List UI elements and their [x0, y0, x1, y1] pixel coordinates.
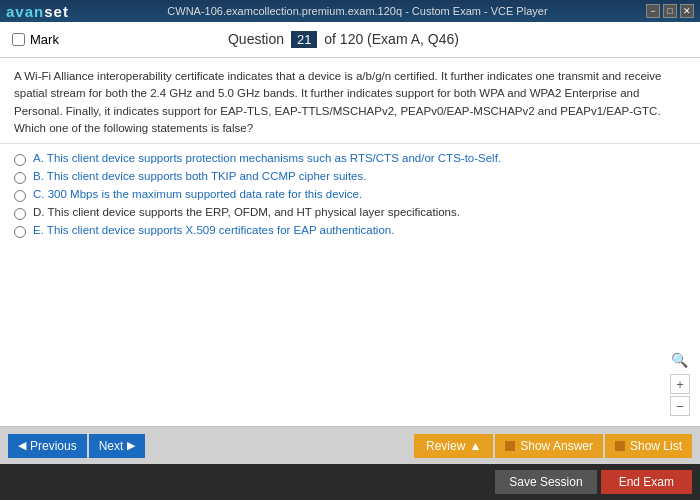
answer-option-b[interactable]: B. This client device supports both TKIP… [14, 170, 686, 184]
radio-b[interactable] [14, 172, 26, 184]
show-answer-button[interactable]: Show Answer [495, 434, 603, 458]
answer-text-b: B. This client device supports both TKIP… [33, 170, 366, 182]
answer-option-a[interactable]: A. This client device supports protectio… [14, 152, 686, 166]
answer-text-e: E. This client device supports X.509 cer… [33, 224, 394, 236]
window-controls[interactable]: − □ ✕ [646, 4, 694, 18]
title-bar: avanset CWNA-106.examcollection.premium.… [0, 0, 700, 22]
radio-e[interactable] [14, 226, 26, 238]
end-exam-button[interactable]: End Exam [601, 470, 692, 494]
question-text: A Wi-Fi Alliance interoperability certif… [14, 68, 686, 137]
review-label: Review [426, 439, 465, 453]
next-arrow-icon: ▶ [127, 439, 135, 452]
question-number-display: Question 21 of 120 (Exam A, Q46) [59, 31, 628, 48]
answer-text-c: C. 300 Mbps is the maximum supported dat… [33, 188, 362, 200]
show-list-icon [615, 441, 625, 451]
answer-option-e[interactable]: E. This client device supports X.509 cer… [14, 224, 686, 238]
maximize-button[interactable]: □ [663, 4, 677, 18]
content-inner: A Wi-Fi Alliance interoperability certif… [0, 58, 700, 426]
show-answer-icon [505, 441, 515, 451]
answer-option-c[interactable]: C. 300 Mbps is the maximum supported dat… [14, 188, 686, 202]
question-body: A Wi-Fi Alliance interoperability certif… [0, 58, 700, 144]
show-list-label: Show List [630, 439, 682, 453]
question-label: Question [228, 31, 284, 47]
zoom-controls: + − [670, 374, 690, 416]
previous-arrow-icon: ◀ [18, 439, 26, 452]
previous-label: Previous [30, 439, 77, 453]
answer-text-d: D. This client device supports the ERP, … [33, 206, 460, 218]
next-label: Next [99, 439, 124, 453]
mark-area[interactable]: Mark [12, 32, 59, 47]
zoom-in-button[interactable]: + [670, 374, 690, 394]
minimize-button[interactable]: − [646, 4, 660, 18]
review-arrow-icon: ▲ [469, 439, 481, 453]
answers-area: A. This client device supports protectio… [0, 144, 700, 426]
radio-d[interactable] [14, 208, 26, 220]
mark-label: Mark [30, 32, 59, 47]
answer-text-a: A. This client device supports protectio… [33, 152, 501, 164]
previous-button[interactable]: ◀ Previous [8, 434, 87, 458]
question-number-box: 21 [291, 31, 317, 48]
show-answer-label: Show Answer [520, 439, 593, 453]
window-title: CWNA-106.examcollection.premium.exam.120… [69, 5, 646, 17]
zoom-out-button[interactable]: − [670, 396, 690, 416]
bottom-nav: ◀ Previous Next ▶ Review ▲ Show Answer S… [0, 426, 700, 464]
question-total: of 120 (Exam A, Q46) [324, 31, 459, 47]
logo: avanset [6, 3, 69, 20]
show-list-button[interactable]: Show List [605, 434, 692, 458]
mark-checkbox[interactable] [12, 33, 25, 46]
answer-option-d[interactable]: D. This client device supports the ERP, … [14, 206, 686, 220]
save-session-button[interactable]: Save Session [495, 470, 596, 494]
radio-c[interactable] [14, 190, 26, 202]
close-button[interactable]: ✕ [680, 4, 694, 18]
question-header: Mark Question 21 of 120 (Exam A, Q46) [0, 22, 700, 58]
search-icon: 🔍 [671, 352, 688, 368]
nav-left: ◀ Previous Next ▶ [8, 434, 145, 458]
bottom-end-bar: Save Session End Exam [0, 464, 700, 500]
next-button[interactable]: Next ▶ [89, 434, 146, 458]
main-content: A Wi-Fi Alliance interoperability certif… [0, 58, 700, 426]
review-button[interactable]: Review ▲ [414, 434, 493, 458]
nav-right: Review ▲ Show Answer Show List [414, 434, 692, 458]
radio-a[interactable] [14, 154, 26, 166]
